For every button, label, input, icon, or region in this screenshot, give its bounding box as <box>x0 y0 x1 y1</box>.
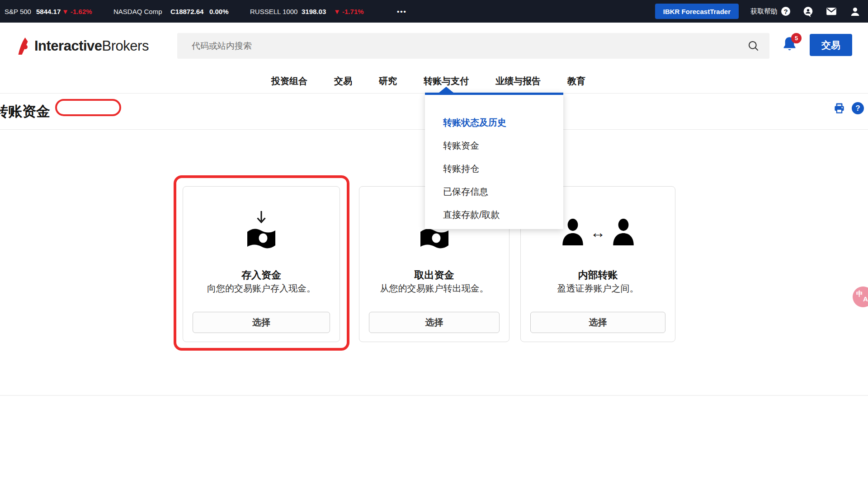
ibkr-forecasttrader-button[interactable]: IBKR ForecastTrader <box>655 4 739 19</box>
site-header: InteractiveBrokers 5 交易 <box>0 23 868 69</box>
dropdown-item-transfer-positions[interactable]: 转账持仓 <box>443 157 563 180</box>
ticker-label-sp500: S&P 500 <box>5 8 31 15</box>
question-mark-icon: ? <box>781 7 790 16</box>
ticker-change-russell: ▼ -1.71% <box>334 8 364 15</box>
transfer-pay-dropdown: 转账状态及历史 转账资金 转账持仓 已保存信息 直接存款/取款 <box>425 93 563 229</box>
get-help-button[interactable]: 获取帮助 ? <box>750 7 790 16</box>
nav-item-transfer-pay[interactable]: 转账与支付 <box>424 75 469 87</box>
section-divider <box>0 395 868 396</box>
dropdown-item-direct-deposit[interactable]: 直接存款/取款 <box>443 203 563 226</box>
ticker-change-sp500: ▼ -1.62% <box>62 8 92 15</box>
market-ticker-bar: S&P 500 5844.17 ▼ -1.62% NASDAQ Comp C18… <box>0 0 868 23</box>
red-oval-annotation <box>55 99 121 116</box>
card-title: 取出资金 <box>359 268 509 282</box>
ibkr-transfer-funds-page: S&P 500 5844.17 ▼ -1.62% NASDAQ Comp C18… <box>0 0 868 488</box>
logo-text: InteractiveBrokers <box>34 38 149 54</box>
search-icon[interactable] <box>747 40 760 52</box>
site-search <box>177 33 769 59</box>
trade-button[interactable]: 交易 <box>810 34 852 56</box>
ticker-more-button[interactable]: ••• <box>397 8 407 15</box>
mail-icon[interactable] <box>826 5 837 17</box>
nav-item-trade[interactable]: 交易 <box>334 75 352 87</box>
notification-count-badge: 5 <box>791 33 802 43</box>
print-icon[interactable] <box>833 102 845 114</box>
main-nav: 投资组合 交易 研究 转账与支付 业绩与报告 教育 <box>0 69 868 94</box>
deposit-cash-icon <box>183 210 340 251</box>
card-subtitle: 从您的交易账户转出现金。 <box>359 282 509 295</box>
dropdown-item-transfer-funds[interactable]: 转账资金 <box>443 134 563 157</box>
ticker-value-sp500: 5844.17 <box>36 8 61 15</box>
dropdown-item-saved-info[interactable]: 已保存信息 <box>443 180 563 203</box>
swap-arrow-icon: ↔ <box>590 225 606 240</box>
notifications-bell[interactable]: 5 <box>783 36 799 55</box>
card-deposit-funds: 存入资金 向您的交易账户存入现金。 选择 <box>183 186 340 342</box>
translate-zh-glyph: 中 <box>856 290 863 298</box>
ibkr-logo-icon <box>18 38 30 55</box>
account-icon[interactable] <box>849 5 861 17</box>
card-subtitle: 盈透证券账户之间。 <box>521 282 675 295</box>
page-title: 转账资金 <box>0 102 50 121</box>
get-help-label: 获取帮助 <box>750 7 778 16</box>
down-triangle-icon: ▼ <box>62 8 69 15</box>
select-internal-transfer-button[interactable]: 选择 <box>530 312 665 333</box>
dropdown-caret-icon <box>439 87 453 93</box>
nav-item-portfolio[interactable]: 投资组合 <box>271 75 307 87</box>
ticker-change-nasdaq: 0.00% <box>209 8 229 15</box>
ticker-label-nasdaq: NASDAQ Comp <box>113 8 162 15</box>
select-withdraw-button[interactable]: 选择 <box>369 312 500 333</box>
card-title: 内部转账 <box>521 268 675 282</box>
topbar-right-cluster: IBKR ForecastTrader 获取帮助 ? <box>655 0 861 23</box>
ticker-label-russell: RUSSELL 1000 <box>250 8 297 15</box>
select-deposit-button[interactable]: 选择 <box>193 312 330 333</box>
translate-en-glyph: A <box>863 295 868 303</box>
nav-item-performance[interactable]: 业绩与报告 <box>495 75 541 87</box>
ticker-value-russell: 3198.03 <box>302 8 326 15</box>
ticker-value-nasdaq: C18872.64 <box>170 8 203 15</box>
search-input[interactable] <box>192 41 747 51</box>
dropdown-item-transfer-status-history[interactable]: 转账状态及历史 <box>443 111 563 134</box>
down-triangle-icon: ▼ <box>334 8 340 15</box>
interactive-brokers-logo[interactable]: InteractiveBrokers <box>18 38 149 55</box>
card-title: 存入资金 <box>183 268 340 282</box>
page-help-icon[interactable]: ? <box>852 102 864 114</box>
live-chat-icon[interactable] <box>802 5 814 17</box>
nav-item-education[interactable]: 教育 <box>567 75 585 87</box>
card-subtitle: 向您的交易账户存入现金。 <box>183 282 340 295</box>
nav-item-research[interactable]: 研究 <box>379 75 397 87</box>
